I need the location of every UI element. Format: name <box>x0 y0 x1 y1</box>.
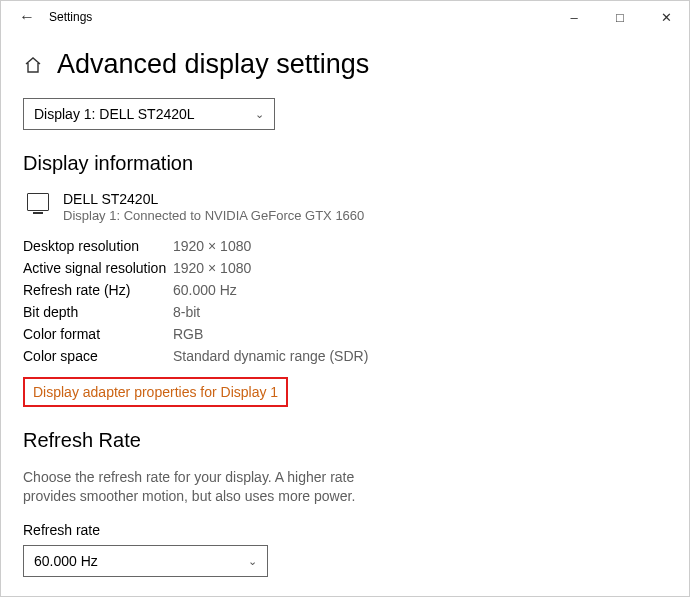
color-space-label: Color space <box>23 345 173 367</box>
chevron-down-icon: ⌄ <box>255 108 264 121</box>
desktop-resolution-label: Desktop resolution <box>23 235 173 257</box>
color-space-value: Standard dynamic range (SDR) <box>173 345 368 367</box>
home-icon[interactable] <box>23 55 43 75</box>
refresh-rate-selector[interactable]: 60.000 Hz ⌄ <box>23 545 268 577</box>
active-signal-resolution-value: 1920 × 1080 <box>173 257 251 279</box>
bit-depth-label: Bit depth <box>23 301 173 323</box>
monitor-icon <box>27 193 49 211</box>
refresh-rate-field-label: Refresh rate <box>23 522 667 538</box>
bit-depth-value: 8-bit <box>173 301 200 323</box>
display-selector[interactable]: Display 1: DELL ST2420L ⌄ <box>23 98 275 130</box>
refresh-rate-heading: Refresh Rate <box>23 429 667 452</box>
maximize-button[interactable]: □ <box>597 1 643 33</box>
monitor-connection: Display 1: Connected to NVIDIA GeForce G… <box>63 208 364 223</box>
color-format-value: RGB <box>173 323 203 345</box>
refresh-rate-description: Choose the refresh rate for your display… <box>23 468 403 506</box>
active-signal-resolution-label: Active signal resolution <box>23 257 173 279</box>
chevron-down-icon: ⌄ <box>248 555 257 568</box>
display-information-heading: Display information <box>23 152 667 175</box>
close-button[interactable]: ✕ <box>643 1 689 33</box>
color-format-label: Color format <box>23 323 173 345</box>
desktop-resolution-value: 1920 × 1080 <box>173 235 251 257</box>
refresh-rate-hz-label: Refresh rate (Hz) <box>23 279 173 301</box>
minimize-button[interactable]: – <box>551 1 597 33</box>
display-selector-value: Display 1: DELL ST2420L <box>34 106 195 122</box>
page-title: Advanced display settings <box>57 49 369 80</box>
refresh-rate-selector-value: 60.000 Hz <box>34 553 98 569</box>
display-adapter-properties-link[interactable]: Display adapter properties for Display 1 <box>23 377 288 407</box>
window-title: Settings <box>49 10 92 24</box>
refresh-rate-hz-value: 60.000 Hz <box>173 279 237 301</box>
back-button[interactable]: ← <box>9 8 45 26</box>
monitor-name: DELL ST2420L <box>63 191 364 207</box>
